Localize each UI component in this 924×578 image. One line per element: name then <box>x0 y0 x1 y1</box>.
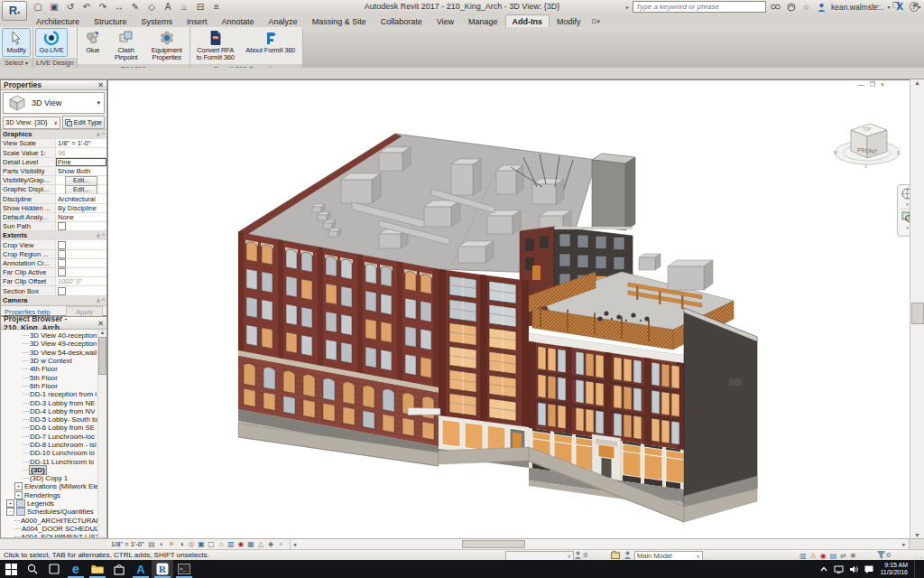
design-options-icon[interactable] <box>611 551 620 559</box>
browser-item-dd-11-lunchroom-lo[interactable]: DD-11 Lunchroom lo <box>1 457 106 465</box>
browser-item-dd-6-lobby-from-se[interactable]: DD-6 Lobby from SE <box>1 424 106 432</box>
close-icon[interactable]: ✕ <box>910 1 922 10</box>
property-section-camera[interactable]: Camera± ^ <box>1 296 106 305</box>
autodesk-a-icon[interactable]: A <box>130 560 152 578</box>
measure-icon[interactable]: ↔ <box>114 2 125 13</box>
convert-rfa-button[interactable]: RFA Convert RFA to FormIt 360 <box>192 28 239 63</box>
shadows-icon[interactable]: ◑ <box>177 540 187 549</box>
browser-item-3d-view-49-reception[interactable]: 3D View 49-reception <box>1 340 106 348</box>
modify-button[interactable]: Modify <box>2 28 31 57</box>
canvas-horizontal-scrollbar[interactable]: ◂ ▸ <box>291 539 909 549</box>
search-icon[interactable] <box>22 560 43 578</box>
active-design-option-icon[interactable] <box>624 551 632 559</box>
text-icon[interactable]: A <box>162 2 173 13</box>
detail-level-icon[interactable]: ▤ <box>147 540 157 549</box>
edge-icon[interactable]: e <box>65 560 87 578</box>
communication-center-icon[interactable] <box>785 2 797 13</box>
collapse-icon[interactable]: ‹ <box>276 540 286 549</box>
property-value-parts-visibility[interactable]: Show Both <box>56 167 106 175</box>
thin-lines-icon[interactable]: ≡ <box>211 2 222 13</box>
open-icon[interactable]: ▢ <box>32 2 43 13</box>
property-section-extents[interactable]: Extents± ^ <box>1 231 106 240</box>
property-value-annotation-cr-[interactable] <box>56 259 106 267</box>
property-value-section-box[interactable] <box>56 286 106 294</box>
browser-item-5th-floor[interactable]: 5th Floor <box>1 373 106 381</box>
clash-pinpoint-button[interactable]: Clash Pinpoint <box>108 28 144 63</box>
crop-region-icon[interactable]: ▢ <box>207 540 217 549</box>
close-icon[interactable]: × <box>881 81 884 89</box>
tag-icon[interactable]: ◇ <box>146 2 157 13</box>
property-value-discipline[interactable]: Architectural <box>56 194 106 202</box>
save-icon[interactable]: ▣ <box>49 2 60 13</box>
chevron-down-icon[interactable]: ▾ <box>906 201 909 207</box>
favorites-icon[interactable]: ☆ <box>800 2 812 13</box>
browser-item-dd-1-reception-from-i[interactable]: DD-1 reception from i <box>1 390 106 398</box>
tab-systems[interactable]: Systems <box>134 14 180 27</box>
sign-in-icon[interactable] <box>816 2 827 13</box>
panel-label-live-design[interactable]: LIVE Design <box>33 58 77 68</box>
tab-collaborate[interactable]: Collaborate <box>374 14 430 27</box>
close-icon[interactable]: ✕ <box>97 80 104 89</box>
canvas-vertical-scrollbar[interactable]: ▲ ▼ <box>910 79 924 538</box>
application-menu-button[interactable]: R▾ <box>2 1 27 21</box>
unlocked-3d-icon[interactable]: ⌂ <box>217 540 226 549</box>
property-value-visibility-grap-[interactable]: Edit... <box>56 176 106 184</box>
restore-icon[interactable]: ❐ <box>870 81 875 89</box>
start-icon[interactable] <box>0 560 22 578</box>
panel-label-select[interactable]: Select ▾ <box>0 58 32 68</box>
steering-wheel-icon[interactable] <box>901 188 910 200</box>
glue-button[interactable]: Glue <box>79 28 106 63</box>
reveal-hidden-icon[interactable]: ◉ <box>236 540 246 549</box>
checkbox[interactable] <box>58 250 66 258</box>
tab-structure[interactable]: Structure <box>87 14 134 27</box>
collapse-icon[interactable]: - <box>6 508 14 516</box>
temporary-hide-isolate-icon[interactable]: ▥ <box>226 540 236 549</box>
tab-massing-site[interactable]: Massing & Site <box>305 14 374 27</box>
property-value-crop-view[interactable] <box>56 240 106 248</box>
tree-vertical-scrollbar[interactable]: ▲ <box>97 330 106 537</box>
browser-item-legends[interactable]: +Legends <box>1 499 106 508</box>
scroll-right-icon[interactable]: ▸ <box>900 541 909 548</box>
browser-item-elevations-millwork-eleva[interactable]: +Elevations (Millwork Eleva <box>1 482 106 490</box>
browser-item-dd-3-lobby-from-ne[interactable]: DD-3 Lobby from NE <box>1 398 106 406</box>
scroll-down-icon[interactable]: ▼ <box>914 532 920 538</box>
3d-model-view[interactable] <box>108 80 910 538</box>
select-by-id-icon[interactable]: ⇄ <box>840 552 846 560</box>
browser-item-dd-7-lunchroom-loc[interactable]: DD-7 Lunchroom-loc <box>1 433 106 441</box>
go-live-button[interactable]: Go LIVE <box>35 28 68 57</box>
tab-insert[interactable]: Insert <box>180 14 215 27</box>
checkbox[interactable] <box>58 241 66 249</box>
property-value-show-hidden-[interactable]: By Discipline <box>56 204 106 212</box>
clock[interactable]: 9:15 AM11/3/2016 <box>880 562 908 576</box>
rendering-dialog-icon[interactable]: ◎ <box>187 540 197 549</box>
tab-view[interactable]: View <box>430 14 461 27</box>
browser-item-a004-door-schedule[interactable]: A004_DOOR SCHEDULE <box>1 525 106 533</box>
chevron-down-icon[interactable]: ▾ <box>906 225 909 230</box>
property-section-graphics[interactable]: Graphics± ^ <box>1 130 106 139</box>
search-input[interactable] <box>633 1 766 13</box>
browser-item-3d-w-context[interactable]: 3D w Context <box>1 357 106 365</box>
expand-icon[interactable]: + <box>6 499 14 508</box>
view-scale-button[interactable]: 1/8" = 1'-0" <box>111 540 144 548</box>
browser-item--3d-[interactable]: {3D} <box>1 466 106 474</box>
minimize-icon[interactable]: — <box>870 1 882 10</box>
console-icon[interactable]: >_ <box>173 560 195 578</box>
sync-icon[interactable]: ↺ <box>65 2 76 13</box>
browser-item-3d-view-40-reception[interactable]: 3D View 40-reception <box>1 331 106 340</box>
revit-icon[interactable]: R <box>152 560 173 578</box>
aligned-dimension-icon[interactable]: ✎ <box>130 2 141 13</box>
undo-icon[interactable]: ↶ <box>81 2 92 13</box>
zoom-icon[interactable] <box>901 211 910 223</box>
show-desktop-button[interactable] <box>914 560 919 578</box>
displacement-sets-icon[interactable]: ◈ <box>266 540 276 549</box>
project-browser-header[interactable]: Project Browser - 210_King_Arch ✕ <box>1 317 106 330</box>
browser-item-dd-4-lobby-from-nv[interactable]: DD-4 Lobby from NV <box>1 407 106 415</box>
tab-architecture[interactable]: Architecture <box>29 14 87 27</box>
scroll-up-icon[interactable]: ▲ <box>914 79 920 86</box>
tab-analyze[interactable]: Analyze <box>262 14 305 27</box>
section-icon[interactable]: ⊟ <box>195 2 206 13</box>
crop-view-icon[interactable]: ▣ <box>197 540 207 549</box>
property-value-far-clip-active[interactable] <box>56 268 106 276</box>
type-selector[interactable]: 3D View ▾ <box>3 92 105 114</box>
visual-style-icon[interactable]: ◐ <box>157 540 167 549</box>
